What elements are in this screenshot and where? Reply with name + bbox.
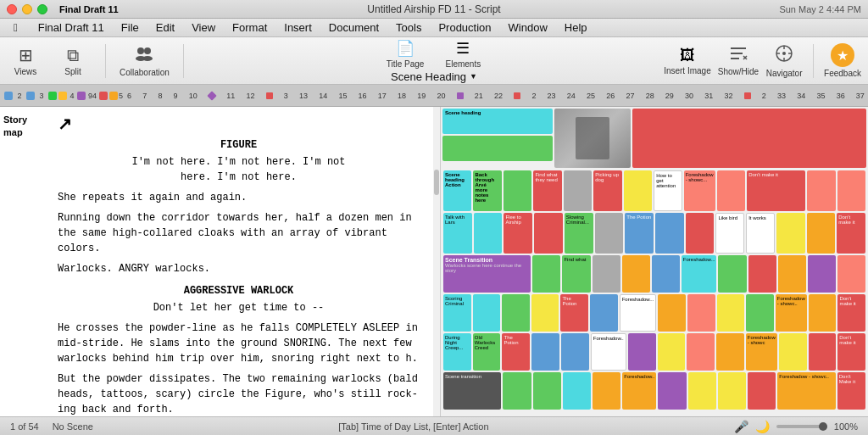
feedback-button[interactable]: ★ Feedback: [824, 43, 861, 78]
card-r6c14[interactable]: Don't Make it: [837, 372, 865, 410]
card-r6c3[interactable]: [503, 372, 531, 410]
scene-heading-dropdown[interactable]: Scene Heading ▼: [391, 70, 477, 83]
card-r2c12[interactable]: [776, 213, 805, 254]
card-r3c12[interactable]: [778, 255, 806, 293]
script-scrollbar[interactable]: [433, 107, 440, 416]
card-r2c3[interactable]: Flee to Airship: [504, 213, 532, 254]
card-r4c12[interactable]: Foreshadow - showc..: [776, 294, 807, 332]
menu-production[interactable]: Production: [431, 20, 498, 36]
collaboration-button[interactable]: Collaboration: [120, 45, 170, 77]
views-button[interactable]: ⊞ Views: [7, 45, 44, 76]
zoom-thumb[interactable]: [819, 422, 827, 431]
close-button[interactable]: [7, 4, 17, 14]
card-r6c7[interactable]: Foreshadow..: [622, 372, 656, 410]
card-r4c4[interactable]: [531, 294, 559, 332]
card-r4c7[interactable]: Foreshadow...: [620, 294, 657, 332]
storymap-panel[interactable]: Scene heading Scene headingAction: [441, 107, 868, 416]
menu-view[interactable]: View: [185, 20, 222, 36]
minimize-button[interactable]: [22, 4, 32, 14]
card-r5c6[interactable]: Foreshadow..: [591, 333, 626, 371]
card-r6c5[interactable]: [563, 372, 591, 410]
card-r3c6[interactable]: [593, 255, 620, 293]
card-r5c1[interactable]: During Night Creep...: [443, 333, 471, 371]
card-r1c5[interactable]: [564, 170, 592, 211]
card-r2c4[interactable]: [534, 213, 563, 254]
card-r4c14[interactable]: Don't make it: [837, 294, 865, 332]
card-r5c12[interactable]: [779, 333, 807, 371]
card-r6c9[interactable]: [688, 372, 716, 410]
title-page-button[interactable]: 📄 Title Page: [387, 39, 425, 69]
show-hide-button[interactable]: Show/Hide: [718, 46, 759, 76]
card-r3c10[interactable]: [718, 255, 746, 293]
card-r4c10[interactable]: [717, 294, 745, 332]
card-r1c3[interactable]: [504, 170, 531, 211]
card-r2c6[interactable]: [595, 213, 624, 254]
card-r1c11[interactable]: Don't make it: [747, 170, 805, 211]
card-r2c5[interactable]: Slowing Criminal...: [565, 213, 593, 254]
card-r2c10[interactable]: Like bird: [715, 213, 744, 254]
card-r4c5[interactable]: The Potion: [560, 294, 588, 332]
card-r3c9[interactable]: Foreshadow...: [682, 255, 717, 293]
card-r1c2[interactable]: Back through Arvémore notes here: [473, 170, 501, 211]
card-r3c14[interactable]: [837, 255, 865, 293]
script-panel[interactable]: ↗ Storymap FIGURE I'm not here. I'm not …: [0, 107, 441, 416]
card-r3c13[interactable]: [808, 255, 836, 293]
maximize-button[interactable]: [37, 4, 47, 14]
card-r6c11[interactable]: [748, 372, 776, 410]
zoom-slider[interactable]: [776, 425, 827, 428]
card-r5c4[interactable]: [531, 333, 559, 371]
card-r4c9[interactable]: [687, 294, 715, 332]
card-r6c4[interactable]: [533, 372, 561, 410]
card-r4c1[interactable]: Scoring Criminal: [443, 294, 471, 332]
header-card-cyan[interactable]: Scene heading: [442, 109, 553, 134]
scroll-thumb[interactable]: [434, 170, 439, 195]
card-r3c4[interactable]: [532, 255, 560, 293]
card-r2c7[interactable]: The Potion: [625, 213, 654, 254]
insert-image-button[interactable]: 🖼 Insert Image: [664, 47, 711, 75]
card-r6c6[interactable]: [593, 372, 620, 410]
card-r5c7[interactable]: [628, 333, 656, 371]
menu-format[interactable]: Format: [225, 20, 274, 36]
card-r5c10[interactable]: [716, 333, 744, 371]
card-r2c13[interactable]: [807, 213, 836, 254]
card-r6c10[interactable]: [718, 372, 746, 410]
header-card-green[interactable]: [442, 136, 553, 161]
card-r1c14[interactable]: [837, 170, 865, 211]
card-r3c8[interactable]: [652, 255, 680, 293]
card-r4c11[interactable]: [746, 294, 774, 332]
card-r1c1[interactable]: Scene headingAction: [443, 170, 471, 211]
split-button[interactable]: ⧉ Split: [54, 46, 92, 76]
header-card-red[interactable]: [632, 109, 866, 168]
navigator-button[interactable]: Navigator: [765, 44, 803, 78]
card-r1c8[interactable]: How to get attention: [654, 170, 682, 211]
card-r4c8[interactable]: [658, 294, 686, 332]
card-r4c13[interactable]: [809, 294, 837, 332]
card-r4c3[interactable]: [502, 294, 530, 332]
card-r2c14[interactable]: Don't make it: [837, 213, 865, 254]
zoom-control[interactable]: [776, 425, 827, 428]
card-r2c2[interactable]: [474, 213, 503, 254]
menu-document[interactable]: Document: [322, 20, 386, 36]
card-r5c13[interactable]: [809, 333, 837, 371]
card-r2c1[interactable]: Talk with Lars: [443, 213, 472, 254]
card-r5c11[interactable]: Foreshadow - showc: [746, 333, 777, 371]
menu-window[interactable]: Window: [502, 20, 554, 36]
card-r1c13[interactable]: [807, 170, 835, 211]
card-r1c7[interactable]: [624, 170, 652, 211]
menu-file[interactable]: File: [114, 20, 146, 36]
card-r5c3[interactable]: The Potion: [502, 333, 530, 371]
menu-apple[interactable]: : [7, 20, 25, 36]
card-r4c2[interactable]: [473, 294, 501, 332]
card-r5c5[interactable]: [561, 333, 589, 371]
card-r2c9[interactable]: [686, 213, 715, 254]
menu-insert[interactable]: Insert: [277, 20, 319, 36]
card-r1c10[interactable]: [717, 170, 745, 211]
card-r3c7[interactable]: [622, 255, 650, 293]
menu-tools[interactable]: Tools: [389, 20, 428, 36]
card-r3c5[interactable]: Find what: [562, 255, 590, 293]
elements-button[interactable]: ☰ Elements: [444, 39, 481, 69]
menu-finaldraft[interactable]: Final Draft 11: [31, 20, 111, 36]
card-r6-dark[interactable]: Scene transition: [443, 372, 501, 410]
card-r6c8[interactable]: [658, 372, 686, 410]
card-r6c12-13[interactable]: Foreshadow - showc..: [777, 372, 835, 410]
